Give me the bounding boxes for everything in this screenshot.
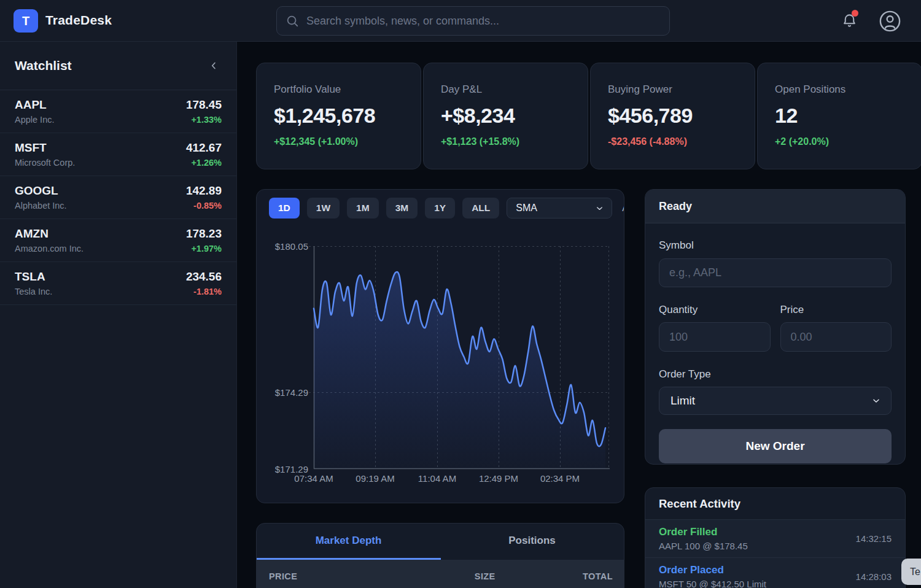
depth-table-header: PRICE SIZE TOTAL (257, 560, 624, 588)
tooltip-toast: Te (901, 559, 921, 585)
column-header-total: TOTAL (583, 571, 624, 588)
watchlist-sidebar: Watchlist AAPL Apple Inc. 178.45 +1.33% … (0, 42, 237, 588)
profile-button[interactable] (877, 8, 903, 34)
order-status-text: Ready (659, 200, 692, 213)
indicator-select[interactable]: SMA (507, 198, 612, 219)
stats-row: Portfolio Value $1,245,678 +$12,345 (+1.… (256, 63, 921, 169)
watchlist-row-tsla[interactable]: TSLA Tesla Inc. 234.56 -1.81% (0, 262, 236, 305)
stat-change: +$1,123 (+15.8%) (441, 136, 570, 147)
order-type-label: Order Type (659, 368, 892, 381)
timeframe-button-1d[interactable]: 1D (269, 198, 300, 219)
timeframe-button-all[interactable]: ALL (462, 198, 499, 219)
x-axis-label: 11:04 AM (410, 473, 465, 484)
watchlist-title: Watchlist (15, 58, 72, 73)
brand-logo-letter: T (22, 14, 29, 28)
stat-card-day-pnl: Day P&L +$8,234 +$1,123 (+15.8%) (423, 63, 588, 169)
search-bar (276, 6, 670, 36)
watchlist-row-msft[interactable]: MSFT Microsoft Corp. 412.67 +1.26% (0, 133, 236, 176)
quantity-input[interactable] (659, 322, 771, 352)
activity-item: Order Placed MSFT 50 @ $412.50 Limit 14:… (645, 558, 905, 588)
watchlist-company-name: Microsoft Corp. (15, 158, 75, 168)
stat-card-portfolio-value: Portfolio Value $1,245,678 +$12,345 (+1.… (256, 63, 421, 169)
new-order-button[interactable]: New Order (659, 429, 892, 463)
watchlist-change: -0.85% (186, 201, 222, 211)
watchlist-symbol: TSLA (15, 270, 52, 284)
activity-item: Order Filled AAPL 100 @ $178.45 14:32:15 (645, 520, 905, 558)
activity-item-time: 14:32:15 (856, 533, 892, 544)
stat-change: -$23,456 (-4.88%) (608, 136, 737, 147)
depth-tabs: Market Depth Positions (257, 524, 624, 558)
watchlist-price: 234.56 (186, 270, 222, 284)
notifications-button[interactable] (836, 8, 862, 34)
recent-activity-panel: Recent Activity Order Filled AAPL 100 @ … (645, 487, 906, 588)
market-depth-panel: Market Depth Positions PRICE SIZE TOTAL (256, 523, 624, 588)
x-axis-label: 07:34 AM (286, 473, 341, 484)
stat-card-open-positions: Open Positions 12 +2 (+20.0%) (757, 63, 921, 169)
x-axis-label: 09:19 AM (348, 473, 403, 484)
stat-label: Day P&L (441, 83, 570, 96)
watchlist-company-name: Tesla Inc. (15, 287, 52, 296)
price-label: Price (780, 304, 892, 316)
timeframe-button-1w[interactable]: 1W (307, 198, 340, 219)
annotate-button[interactable]: Annotate (622, 203, 624, 214)
stat-change: +2 (+20.0%) (775, 136, 904, 147)
search-input[interactable] (306, 15, 661, 28)
y-axis-label: $180.05 (257, 241, 308, 252)
timeframe-button-1y[interactable]: 1Y (425, 198, 455, 219)
watchlist-symbol: GOOGL (15, 184, 67, 198)
price-input[interactable] (780, 322, 892, 352)
topbar: T TradeDesk (0, 0, 921, 42)
stat-label: Portfolio Value (274, 83, 403, 96)
activity-item-time: 14:28:03 (856, 571, 892, 582)
quantity-label: Quantity (659, 304, 771, 316)
watchlist-row-amzn[interactable]: AMZN Amazon.com Inc. 178.23 +1.97% (0, 219, 236, 262)
order-panel: Ready Symbol Quantity Price Order Type L… (645, 189, 906, 465)
sidebar-collapse-button[interactable] (206, 58, 222, 74)
chart-toolbar: 1D 1W 1M 3M 1Y ALL SMA Annotate (269, 198, 624, 219)
order-form: Symbol Quantity Price Order Type Limit N… (645, 239, 905, 463)
price-chart-plot[interactable] (314, 246, 610, 469)
recent-activity-title: Recent Activity (645, 488, 905, 520)
order-status-header: Ready (645, 190, 905, 223)
watchlist-change: +1.33% (186, 115, 222, 125)
stat-change: +$12,345 (+1.00%) (274, 136, 403, 147)
watchlist-price: 412.67 (186, 141, 222, 155)
watchlist-row-googl[interactable]: GOOGL Alphabet Inc. 142.89 -0.85% (0, 176, 236, 219)
watchlist-change: +1.26% (186, 158, 222, 168)
chevron-down-icon (871, 396, 881, 406)
watchlist-company-name: Amazon.com Inc. (15, 244, 84, 253)
stat-label: Buying Power (608, 83, 737, 96)
order-type-select[interactable]: Limit (659, 387, 892, 415)
tab-positions[interactable]: Positions (440, 524, 624, 558)
order-type-selected-value: Limit (670, 394, 695, 408)
stat-card-buying-power: Buying Power $456,789 -$23,456 (-4.88%) (590, 63, 755, 169)
watchlist-change: -1.81% (186, 287, 222, 296)
avatar-icon (879, 10, 901, 33)
watchlist-price: 178.23 (186, 227, 222, 241)
indicator-selected-value: SMA (516, 203, 537, 214)
stat-label: Open Positions (775, 83, 904, 96)
column-header-size: SIZE (475, 571, 502, 588)
watchlist-symbol: AAPL (15, 98, 55, 112)
brand-name: TradeDesk (45, 13, 112, 28)
brand-logo: T (14, 9, 38, 33)
price-chart-svg (314, 246, 610, 469)
watchlist-header: Watchlist (0, 42, 236, 90)
watchlist-symbol: MSFT (15, 141, 75, 155)
watchlist-change: +1.97% (186, 244, 222, 253)
timeframe-button-1m[interactable]: 1M (347, 198, 379, 219)
chart-panel: 1D 1W 1M 3M 1Y ALL SMA Annotate $180.05 … (256, 189, 624, 503)
tab-market-depth[interactable]: Market Depth (257, 524, 440, 558)
x-axis-label: 12:49 PM (471, 473, 526, 484)
chevron-down-icon (595, 204, 604, 213)
watchlist-price: 178.45 (186, 98, 222, 112)
symbol-input[interactable] (659, 258, 892, 287)
search-icon (286, 14, 299, 28)
timeframe-button-3m[interactable]: 3M (386, 198, 418, 219)
chevron-left-icon (208, 60, 219, 71)
notification-badge-dot (852, 10, 858, 17)
watchlist-symbol: AMZN (15, 227, 84, 241)
app-root: T TradeDesk Watchlist (0, 0, 921, 588)
watchlist-row-aapl[interactable]: AAPL Apple Inc. 178.45 +1.33% (0, 90, 236, 133)
watchlist-price: 142.89 (186, 184, 222, 198)
